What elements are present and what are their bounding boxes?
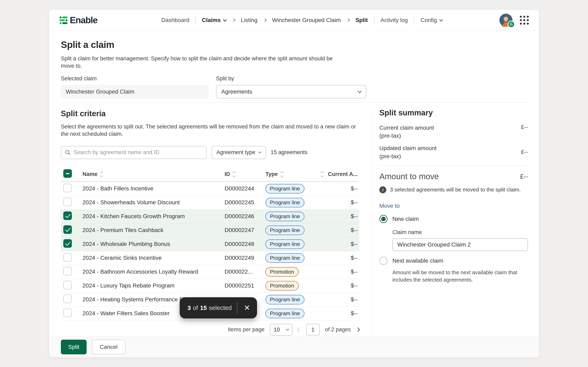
selection-toast-text: 3 of 15 selected bbox=[187, 304, 232, 311]
nav-claims[interactable]: Claims bbox=[202, 17, 226, 24]
split-criteria-title: Split criteria bbox=[61, 109, 359, 118]
cancel-button[interactable]: Cancel bbox=[92, 340, 125, 354]
breadcrumb-chevron-icon bbox=[346, 18, 350, 22]
page-number-input[interactable] bbox=[306, 324, 320, 336]
agreements-count: 15 agreements bbox=[271, 149, 307, 156]
agreement-amount: $-- bbox=[315, 310, 359, 317]
agreement-name: 2024 - Ceramic Sinks Incentive bbox=[82, 255, 225, 261]
table-row[interactable]: 2024 - Wholesale Plumbing BonusD00002248… bbox=[61, 237, 359, 251]
current-claim-amount-value: £-- bbox=[521, 124, 528, 130]
agreement-id: D00002249 bbox=[225, 255, 265, 261]
toast-of: of bbox=[193, 304, 198, 311]
agreement-id: D000022... bbox=[225, 268, 265, 275]
agreement-amount: $-- bbox=[315, 268, 359, 275]
nav-config[interactable]: Config bbox=[420, 17, 442, 24]
search-input[interactable] bbox=[73, 149, 203, 156]
agreement-name: 2024 - Bathroom Accessories Loyalty Rewa… bbox=[82, 268, 225, 275]
row-checkbox[interactable] bbox=[63, 253, 72, 262]
breadcrumb-claim[interactable]: Winchester Grouped Claim bbox=[272, 17, 341, 24]
table-row[interactable]: 2024 - Luxury Taps Rebate ProgramD000022… bbox=[61, 279, 359, 293]
chevron-down-icon bbox=[439, 18, 443, 21]
agreement-id: D00002247 bbox=[225, 227, 265, 234]
agreement-search[interactable] bbox=[61, 146, 207, 159]
split-button[interactable]: Split bbox=[61, 340, 86, 354]
updated-claim-amount-row: Updated claim amount (pre-tax) £-- bbox=[379, 144, 528, 160]
split-by-select[interactable]: Agreements bbox=[216, 85, 366, 99]
table-row[interactable]: 2024 - Ceramic Sinks IncentiveD00002249P… bbox=[61, 251, 359, 265]
section-divider bbox=[61, 102, 528, 103]
table-row[interactable]: 2024 - Kitchen Faucets Growth ProgramD00… bbox=[61, 210, 359, 224]
select-all-checkbox[interactable] bbox=[63, 169, 72, 178]
page-title: Split a claim bbox=[61, 39, 114, 50]
agreement-id: D00002251 bbox=[225, 282, 265, 289]
agreement-amount: $-- bbox=[315, 282, 359, 289]
type-badge: Program line bbox=[265, 253, 304, 263]
split-by-label: Split by bbox=[216, 75, 366, 82]
row-checkbox[interactable] bbox=[63, 211, 72, 220]
row-checkbox[interactable] bbox=[63, 295, 72, 303]
agreement-name: 2024 - Wholesale Plumbing Bonus bbox=[82, 241, 225, 247]
row-checkbox[interactable] bbox=[63, 267, 72, 275]
agreement-amount: $-- bbox=[315, 255, 359, 261]
claim-name-input[interactable] bbox=[392, 238, 528, 251]
agreement-type-filter[interactable]: Agreement type bbox=[212, 146, 266, 159]
agreement-id: D00002245 bbox=[225, 199, 265, 206]
option-new-claim[interactable]: New claim bbox=[379, 215, 528, 223]
split-by-field-group: Split by Agreements bbox=[216, 75, 366, 99]
row-checkbox[interactable] bbox=[63, 184, 72, 192]
next-available-claim-radio[interactable] bbox=[379, 257, 388, 265]
row-checkbox[interactable] bbox=[63, 239, 72, 248]
type-badge: Program line bbox=[265, 184, 304, 193]
items-per-page-value: 10 bbox=[274, 326, 280, 333]
column-header-current-amount: Current A... bbox=[315, 171, 359, 177]
amount-to-move-value: £-- bbox=[520, 173, 528, 180]
column-label: Current A... bbox=[328, 171, 358, 177]
items-per-page-select[interactable]: 10 bbox=[270, 324, 292, 336]
row-checkbox[interactable] bbox=[63, 309, 72, 317]
claim-name-label: Claim name bbox=[392, 229, 528, 235]
sort-icon[interactable] bbox=[100, 172, 103, 177]
previous-page-icon[interactable] bbox=[297, 327, 302, 332]
table-row[interactable]: 2024 - Premium Tiles CashbackD00002247Pr… bbox=[61, 224, 359, 237]
type-badge: Program line bbox=[265, 198, 304, 207]
agreement-name: 2024 - Showerheads Volume Discount bbox=[82, 199, 225, 206]
search-icon bbox=[65, 150, 71, 155]
sort-icon[interactable] bbox=[321, 172, 323, 177]
avatar[interactable]: G bbox=[499, 14, 512, 27]
row-checkbox[interactable] bbox=[63, 198, 72, 206]
new-claim-radio[interactable] bbox=[379, 215, 388, 223]
move-to-label: Move to bbox=[379, 203, 528, 209]
nav-right: G bbox=[499, 10, 529, 31]
table-row[interactable]: 2024 - Showerheads Volume DiscountD00002… bbox=[61, 196, 359, 210]
nav-claims-label: Claims bbox=[202, 17, 221, 24]
updated-claim-amount-label: Updated claim amount (pre-tax) bbox=[379, 144, 447, 160]
avatar-status-badge: G bbox=[508, 21, 515, 28]
table-row[interactable]: 2024 - Bath Fillers IncentiveD00002244Pr… bbox=[61, 182, 359, 196]
chevron-down-icon bbox=[258, 150, 261, 154]
row-checkbox[interactable] bbox=[63, 225, 72, 234]
type-badge: Program line bbox=[265, 239, 304, 249]
sort-icon[interactable] bbox=[281, 172, 283, 177]
option-next-available-claim[interactable]: Next available claim bbox=[379, 257, 528, 265]
toast-divider bbox=[237, 302, 237, 314]
selected-count: 3 bbox=[187, 304, 191, 311]
top-nav: Enable Dashboard Claims Listing Winchest… bbox=[49, 10, 539, 31]
agreement-amount: $-- bbox=[315, 185, 359, 192]
type-badge: Program line bbox=[265, 309, 304, 318]
apps-grid-icon[interactable] bbox=[520, 16, 529, 25]
nav-dashboard[interactable]: Dashboard bbox=[161, 17, 189, 24]
next-claim-description: Amount will be moved to the next availab… bbox=[392, 269, 527, 284]
sort-icon[interactable] bbox=[233, 172, 235, 177]
agreement-amount: $-- bbox=[315, 241, 359, 247]
amount-to-move-row: Amount to move £-- bbox=[379, 172, 528, 181]
next-page-icon[interactable] bbox=[355, 327, 360, 332]
nav-activity-log[interactable]: Activity log bbox=[380, 17, 408, 24]
current-claim-amount-label: Current claim amount (pre-tax) bbox=[379, 124, 447, 140]
close-icon[interactable]: ✕ bbox=[243, 304, 251, 312]
nav-divider bbox=[374, 16, 374, 25]
table-row[interactable]: 2024 - Bathroom Accessories Loyalty Rewa… bbox=[61, 265, 359, 279]
row-checkbox[interactable] bbox=[63, 281, 72, 289]
breadcrumb-listing[interactable]: Listing bbox=[241, 17, 258, 24]
brand-name: Enable bbox=[70, 15, 97, 25]
agreement-amount: $-- bbox=[315, 213, 359, 220]
